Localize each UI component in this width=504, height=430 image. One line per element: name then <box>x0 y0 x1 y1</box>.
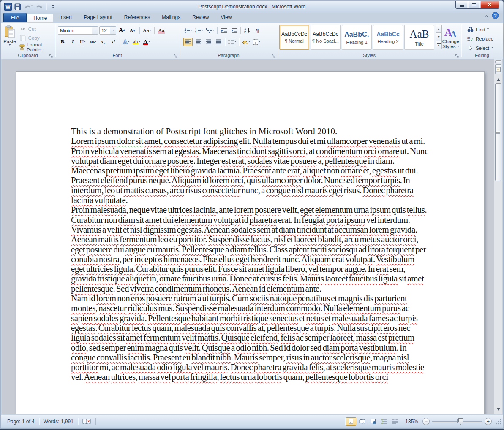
zoom-out-button[interactable]: − <box>422 418 430 425</box>
styles-dialog-launcher-icon[interactable] <box>455 53 460 57</box>
font-size-combo[interactable]: 12 <box>99 26 116 35</box>
copy-button[interactable]: Copy <box>17 34 54 42</box>
multilevel-list-button[interactable] <box>205 26 215 35</box>
help-icon[interactable]: ? <box>492 12 499 21</box>
increase-indent-button[interactable] <box>229 26 239 35</box>
justify-button[interactable] <box>214 38 223 46</box>
gallery-scroll-down-icon[interactable]: ▼ <box>436 33 442 41</box>
find-button[interactable]: Find <box>465 25 502 33</box>
paste-icon <box>4 25 15 38</box>
print-layout-view-button[interactable] <box>346 417 356 426</box>
gallery-more-icon[interactable]: ▼ <box>436 41 442 49</box>
draft-view-button[interactable] <box>390 417 400 426</box>
scroll-down-icon[interactable] <box>495 407 501 414</box>
outline-view-button[interactable] <box>379 417 389 426</box>
font-dialog-launcher-icon[interactable] <box>174 53 178 57</box>
page-count-indicator[interactable]: Page: 1 of 4 <box>3 415 39 427</box>
style-card-nospacing[interactable]: AaBbCcDc¶ No Spaci... <box>311 25 341 50</box>
select-button[interactable]: Select <box>465 44 502 52</box>
show-hide-pilcrow-button[interactable]: ¶ <box>253 26 262 35</box>
decrease-indent-button[interactable] <box>219 26 229 35</box>
misspelled-word: consectetur <box>164 136 202 146</box>
document-text[interactable]: This is a demonstration of Postscript fo… <box>16 72 484 382</box>
cut-button[interactable]: ✂ Cut <box>17 25 54 33</box>
text-effects-button[interactable]: A <box>122 38 131 46</box>
style-card-h1[interactable]: AaBbC․Heading 1 <box>342 25 372 50</box>
chevron-down-icon[interactable] <box>92 27 98 34</box>
bold-button[interactable]: B <box>58 38 67 46</box>
style-card-h2[interactable]: AaBbCcHeading 2 <box>373 25 403 50</box>
ruler-toggle-button[interactable] <box>495 64 501 74</box>
zoom-in-button[interactable]: + <box>485 418 492 425</box>
svg-text:3: 3 <box>195 31 196 33</box>
title-bar[interactable]: W Postscript Demonstration.docx - Micros… <box>1 1 503 13</box>
tab-home[interactable]: Home <box>27 14 53 22</box>
format-painter-button[interactable]: Format Painter <box>17 43 54 51</box>
bullets-button[interactable] <box>183 26 193 35</box>
tab-view[interactable]: View <box>215 13 238 22</box>
misspelled-word: Quisque <box>221 333 250 343</box>
font-family-value: Minion <box>58 28 92 33</box>
misspelled-word: ornare <box>144 156 166 166</box>
line-spacing-button[interactable] <box>227 38 237 46</box>
word-count-indicator[interactable]: Words: 1,991 <box>39 415 78 427</box>
misspelled-word: nisl <box>397 352 409 362</box>
zoom-level-indicator[interactable]: 135% <box>405 419 418 425</box>
highlight-color-button[interactable]: ab <box>132 38 141 46</box>
minimize-button[interactable] <box>455 1 468 9</box>
align-right-button[interactable] <box>204 38 213 46</box>
zoom-slider-thumb[interactable] <box>458 418 463 425</box>
gallery-scroll-up-icon[interactable]: ▲ <box>436 25 442 33</box>
subscript-button[interactable]: x₂ <box>98 38 108 46</box>
sort-button[interactable]: AZ <box>242 26 252 35</box>
resize-grip[interactable] <box>495 417 502 426</box>
misspelled-word: odio <box>71 343 86 353</box>
close-button[interactable]: ✕ <box>480 1 499 9</box>
vertical-scrollbar[interactable] <box>494 59 502 414</box>
web-layout-view-button[interactable] <box>368 417 378 426</box>
misspelled-word: amet <box>248 264 264 274</box>
split-handle[interactable] <box>495 60 501 63</box>
underline-button[interactable]: U <box>78 38 87 46</box>
grow-font-button[interactable]: A <box>117 26 127 35</box>
misspelled-word: elementum <box>315 205 353 215</box>
numbering-button[interactable]: 123 <box>194 26 204 35</box>
shrink-font-button[interactable]: A <box>128 26 137 35</box>
font-color-button[interactable]: A <box>142 38 151 46</box>
chevron-down-icon[interactable] <box>110 27 116 34</box>
full-screen-reading-view-button[interactable] <box>357 417 367 426</box>
change-styles-button[interactable]: AA ChangeStyles <box>442 24 460 51</box>
italic-button[interactable]: I <box>68 38 77 46</box>
misspelled-word: tristique <box>97 273 125 284</box>
style-card-normal[interactable]: AaBbCcDc¶ Normal <box>279 25 309 50</box>
clipboard-dialog-launcher-icon[interactable] <box>49 53 54 57</box>
change-case-button[interactable]: Aa <box>142 26 152 35</box>
scrollbar-thumb[interactable] <box>495 83 501 181</box>
style-card-title[interactable]: AaBTitle <box>404 25 434 50</box>
zoom-slider[interactable] <box>432 418 482 425</box>
font-family-combo[interactable]: Minion <box>58 26 98 35</box>
tab-references[interactable]: References <box>118 13 156 22</box>
align-left-button[interactable] <box>183 38 193 46</box>
shading-button[interactable] <box>241 38 251 46</box>
strikethrough-button[interactable]: abc <box>88 38 98 46</box>
status-bar: Page: 1 of 4 Words: 1,991 135% − + <box>1 415 503 427</box>
clear-formatting-button[interactable]: Aa <box>157 26 166 35</box>
borders-button[interactable] <box>252 38 261 46</box>
proofing-status-button[interactable] <box>78 415 95 427</box>
tab-review[interactable]: Review <box>186 13 215 22</box>
scroll-up-icon[interactable] <box>495 76 501 82</box>
replace-button[interactable]: abac Replace <box>465 35 502 43</box>
align-center-button[interactable] <box>193 38 203 46</box>
tab-file[interactable]: File <box>3 13 27 22</box>
tab-mailings[interactable]: Mailings <box>156 13 186 22</box>
tab-page-layout[interactable]: Page Layout <box>78 13 118 22</box>
paste-button[interactable]: Paste <box>2 24 17 51</box>
superscript-button[interactable]: x² <box>109 38 118 46</box>
document-page[interactable]: This is a demonstration of Postscript fo… <box>16 72 484 414</box>
paragraph-dialog-launcher-icon[interactable] <box>272 53 276 57</box>
maximize-button[interactable] <box>468 1 480 9</box>
tab-insert[interactable]: Insert <box>53 13 78 22</box>
collapse-ribbon-icon[interactable] <box>483 13 489 20</box>
misspelled-word: netus <box>306 313 324 323</box>
